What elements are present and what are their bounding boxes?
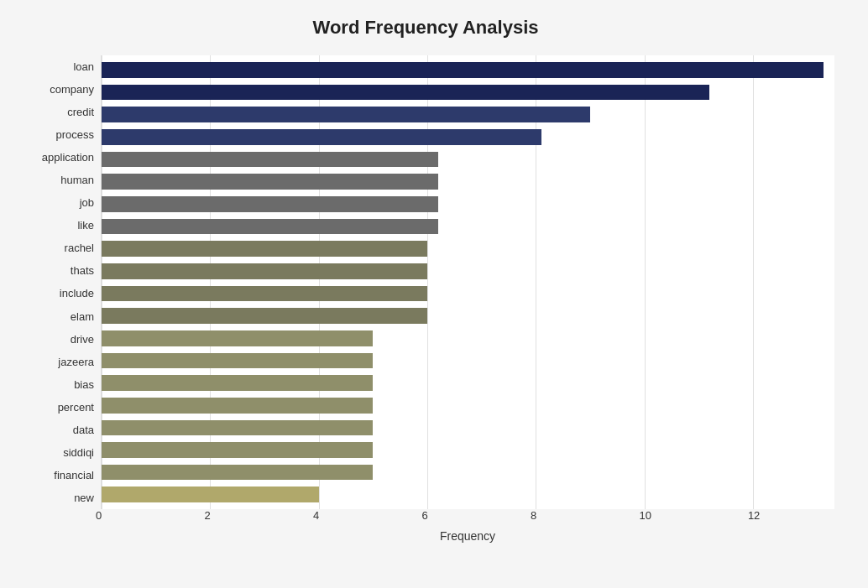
bar-row [102, 327, 834, 350]
y-label: percent [58, 402, 94, 413]
y-label: thats [71, 265, 94, 276]
chart-title: Word Frequency Analysis [17, 17, 834, 39]
y-label: siddiqi [63, 447, 94, 458]
bar [102, 286, 427, 302]
y-label: company [50, 84, 94, 95]
bar [102, 219, 438, 235]
bar-row [102, 81, 834, 104]
bar [102, 241, 427, 257]
bar [102, 353, 373, 369]
bar-row [102, 461, 834, 484]
y-label: drive [71, 334, 94, 345]
bar-row [102, 148, 834, 171]
bar-row [102, 170, 834, 193]
x-tick: 10 [639, 509, 651, 522]
y-label: rachel [65, 242, 94, 253]
bar-row [102, 193, 834, 216]
y-label: loan [73, 61, 94, 72]
bar-row [102, 394, 834, 417]
bar-row [102, 483, 834, 506]
bar [102, 107, 590, 122]
x-axis-label: Frequency [101, 529, 834, 543]
bar [102, 398, 373, 414]
bar-row [102, 216, 834, 238]
bar [102, 330, 373, 346]
y-label: credit [67, 107, 94, 117]
chart-area: loancompanycreditprocessapplicationhuman… [17, 55, 834, 509]
bar [102, 196, 438, 212]
bars-and-grid [101, 55, 834, 509]
y-label: job [80, 197, 94, 208]
bar-row [102, 417, 834, 440]
bar-row [102, 304, 834, 327]
x-tick: 12 [748, 509, 760, 522]
bar [102, 129, 541, 145]
bars-wrapper [102, 55, 834, 509]
y-label: bias [74, 379, 94, 390]
bar [102, 174, 438, 190]
y-label: human [60, 174, 94, 185]
x-tick: 6 [421, 509, 427, 522]
bar [102, 465, 373, 481]
y-label: financial [54, 470, 94, 481]
bar-row [102, 350, 834, 372]
bar [102, 375, 373, 391]
y-label: jazeera [58, 356, 94, 367]
x-tick: 0 [96, 509, 102, 522]
x-tick: 2 [204, 509, 210, 522]
bar [102, 62, 824, 78]
x-tick: 4 [313, 509, 319, 522]
bar-row [102, 283, 834, 305]
y-label: include [60, 288, 94, 299]
bar [102, 487, 319, 502]
bar-row [102, 439, 834, 461]
y-label: process [55, 129, 94, 140]
bar [102, 442, 373, 458]
bar [102, 308, 427, 324]
y-labels: loancompanycreditprocessapplicationhuman… [17, 55, 101, 509]
bar-row [102, 103, 834, 126]
bar [102, 152, 438, 168]
y-label: elam [71, 311, 94, 322]
y-label: like [77, 220, 94, 231]
bar-row [102, 237, 834, 260]
chart-container: Word Frequency Analysis loancompanycredi… [0, 0, 868, 588]
bar-row [102, 260, 834, 283]
x-axis: 024681012 [101, 509, 834, 526]
y-label: data [73, 424, 94, 435]
bar [102, 420, 373, 436]
bar-row [102, 126, 834, 148]
bar [102, 85, 709, 101]
bar-row [102, 372, 834, 394]
x-tick: 8 [531, 509, 536, 522]
y-label: new [74, 492, 94, 503]
bar-row [102, 59, 834, 81]
y-label: application [42, 152, 94, 163]
bar [102, 263, 427, 279]
